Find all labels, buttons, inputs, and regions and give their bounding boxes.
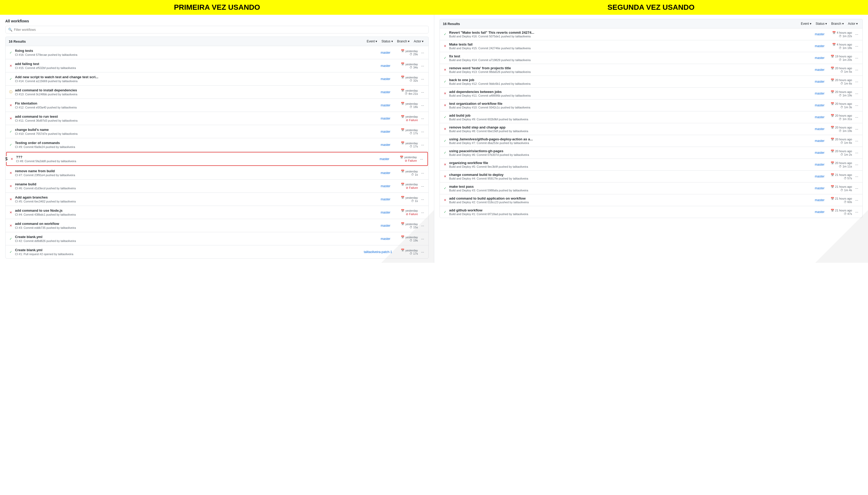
right-more-options-btn[interactable]: ··· [854,55,859,60]
right-workflow-item[interactable]: ✕ test organization of workflow file Bui… [440,100,863,112]
more-options-btn[interactable]: ··· [420,142,425,147]
right-branch-link[interactable]: master [813,68,826,72]
left-workflow-item[interactable]: ✕ add failing test CI #15: Commit ef532b… [5,59,428,72]
filter-workflows-box[interactable]: 🔍 [5,26,429,33]
right-workflow-item[interactable]: ✕ change command build to deploy Build a… [440,171,863,183]
left-workflow-item[interactable]: ✕ Add again branches CI #5: Commit 6ec34… [5,193,428,206]
right-workflow-item[interactable]: ✕ Make tests fail Build and Deploy #15: … [440,40,863,52]
more-options-btn[interactable]: ··· [420,103,425,108]
left-workflow-item[interactable]: ✕ add command on workflow CI #3: Commit … [5,219,428,232]
right-branch-filter-btn[interactable]: Branch ▾ [830,21,845,26]
right-workflow-item[interactable]: ✓ using JamesIves/github-pages-deploy-ac… [440,135,863,147]
branch-link[interactable]: master [379,211,392,214]
branch-link[interactable]: master [379,51,392,54]
right-more-options-btn[interactable]: ··· [854,162,859,167]
more-options-btn[interactable]: ··· [420,90,425,95]
left-workflow-item[interactable]: ✕ add command to run teest CI #11: Commi… [5,112,428,125]
right-more-options-btn[interactable]: ··· [854,91,859,96]
right-branch-link[interactable]: master [813,115,826,119]
left-workflow-item[interactable]: ✓ fixing tests CI #16: Commit 579ecae pu… [5,46,428,59]
right-workflow-item[interactable]: ✓ using peaceiris/actions-gh-pages Build… [440,147,863,159]
right-workflow-item[interactable]: ✕ add command to build application on wo… [440,194,863,206]
more-options-btn[interactable]: ··· [419,157,424,161]
branch-link[interactable]: master [379,237,392,241]
right-more-options-btn[interactable]: ··· [854,115,859,120]
right-branch-link[interactable]: master [813,186,826,190]
actor-filter-btn[interactable]: Actor ▾ [412,39,425,44]
right-workflow-item[interactable]: ✓ make test pass Build and Deploy #3: Co… [440,183,863,194]
right-status-filter-btn[interactable]: Status ▾ [814,21,829,26]
branch-link[interactable]: master [379,143,392,147]
more-options-btn[interactable]: ··· [420,184,425,189]
branch-link[interactable]: master [379,77,392,81]
left-workflow-item[interactable]: ✕ add command to use Node.js CI #4: Comm… [5,206,428,219]
more-options-btn[interactable]: ··· [420,210,425,215]
status-filter-btn[interactable]: Status ▾ [380,39,394,44]
more-options-btn[interactable]: ··· [420,197,425,202]
right-branch-link[interactable]: master [813,210,826,214]
right-branch-link[interactable]: master [813,56,826,60]
more-options-btn[interactable]: ··· [420,50,425,55]
branch-link[interactable]: master [379,90,392,94]
right-branch-link[interactable]: master [813,163,826,166]
right-workflow-item[interactable]: ✕ organizing workflow file Build and Dep… [440,159,863,171]
left-workflow-item[interactable]: ✕ Fix identation CI #12: Commit e5f3a40 … [5,99,428,112]
right-more-options-btn[interactable]: ··· [854,138,859,143]
more-options-btn[interactable]: ··· [420,129,425,134]
branch-link[interactable]: master [379,103,392,107]
right-branch-link[interactable]: master [813,174,826,178]
right-more-options-btn[interactable]: ··· [854,32,859,37]
left-workflow-item[interactable]: ✓ Add new script to watch test and chang… [5,72,428,86]
right-workflow-item[interactable]: ✕ remove word 'teste' from projects titl… [440,64,863,76]
right-branch-link[interactable]: master [813,92,826,95]
right-more-options-btn[interactable]: ··· [854,79,859,84]
left-workflow-item[interactable]: RISOS ✕ ??? CI #8: Commit 5fa2dd8 pushed… [6,152,428,166]
left-workflow-item[interactable]: ✓ Testing order of commands CI #9: Commi… [5,138,428,151]
right-branch-link[interactable]: master [813,139,826,143]
right-more-options-btn[interactable]: ··· [854,198,859,203]
right-workflow-item[interactable]: ✓ back to one job Build and Deploy #12: … [440,76,863,88]
branch-link[interactable]: master [379,198,392,201]
right-branch-link[interactable]: master [813,127,826,131]
branch-link[interactable]: master [379,130,392,134]
branch-link[interactable]: master [379,224,392,227]
right-more-options-btn[interactable]: ··· [854,127,859,131]
right-workflow-item[interactable]: ✓ add build job Build and Deploy #9: Com… [440,112,863,123]
more-options-btn[interactable]: ··· [420,76,425,81]
event-filter-btn[interactable]: Event ▾ [365,39,379,44]
right-workflow-item[interactable]: ✓ add github workflow Build and Deploy #… [440,206,863,218]
left-workflow-item[interactable]: ✓ Create blank.yml CI #1: Pull request #… [5,245,428,258]
branch-link[interactable]: talitaoliveira-patch-1 [364,250,392,254]
right-branch-link[interactable]: master [813,44,826,48]
left-workflow-item[interactable]: ✕ remove name from build CI #7: Commit 2… [5,166,428,180]
right-branch-link[interactable]: master [813,80,826,84]
right-more-options-btn[interactable]: ··· [854,186,859,191]
right-workflow-item[interactable]: ✕ remove build step and change app Build… [440,123,863,135]
right-workflow-item[interactable]: ✓ Revert "Make tests fail" This reverts … [440,29,863,40]
branch-link[interactable]: master [378,157,391,161]
filter-workflows-input[interactable] [14,28,426,32]
right-branch-link[interactable]: master [813,151,826,155]
left-workflow-item[interactable]: ⓘ add command to install dependencies CI… [5,86,428,99]
more-options-btn[interactable]: ··· [420,116,425,121]
right-more-options-btn[interactable]: ··· [854,103,859,108]
right-actor-filter-btn[interactable]: Actor ▾ [846,21,859,26]
left-workflow-item[interactable]: ✓ change build's name CI #10: Commit 755… [5,125,428,138]
branch-link[interactable]: master [379,64,392,68]
branch-link[interactable]: master [379,117,392,120]
left-workflow-item[interactable]: ✕ rename build CI #6: Commit d1d3ecd pus… [5,180,428,193]
right-branch-link[interactable]: master [813,198,826,202]
right-more-options-btn[interactable]: ··· [854,174,859,179]
more-options-btn[interactable]: ··· [420,236,425,241]
left-workflow-item[interactable]: ✓ Create blank.yml CI #2: Commit dd9d826… [5,232,428,245]
right-workflow-item[interactable]: ✓ fix test Build and Deploy #14: Commit … [440,52,863,64]
right-more-options-btn[interactable]: ··· [854,67,859,72]
right-more-options-btn[interactable]: ··· [854,150,859,155]
more-options-btn[interactable]: ··· [420,64,425,68]
branch-link[interactable]: master [379,184,392,188]
more-options-btn[interactable]: ··· [420,223,425,228]
right-branch-link[interactable]: master [813,32,826,36]
branch-link[interactable]: master [379,171,392,175]
right-workflow-item[interactable]: ✕ add dependencies between jobs Build an… [440,88,863,100]
right-branch-link[interactable]: master [813,103,826,107]
